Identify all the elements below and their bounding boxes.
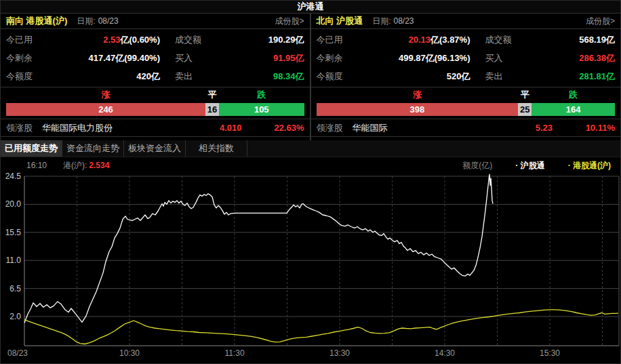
chart-header: 16:10 港(沪): 2.534 额度(亿) · 沪股通 · 港股通(沪): [1, 159, 620, 171]
leading-stock-change: 22.63%: [242, 123, 304, 133]
title-bar: 沪港通: [1, 1, 620, 14]
stat-value: 20.13亿(3.87%): [359, 34, 470, 46]
unchanged-bar-segment: 16: [205, 103, 219, 116]
date-value: 08/23: [98, 16, 119, 26]
panel-northbound-header: 北向 沪股通 日期: 08/23 成份股>: [311, 14, 621, 29]
svg-text:13:30: 13:30: [329, 348, 350, 358]
legend-hugutong: · 沪股通: [515, 160, 544, 171]
axis-unit-label: 额度(亿): [462, 160, 492, 171]
advance-decline-bar: 246 16 105: [6, 103, 304, 116]
crosshair-time: 16:10: [26, 161, 47, 170]
advancers-label: 涨: [317, 89, 519, 102]
stat-label: 成交额: [485, 34, 526, 46]
legend-ganggutong: · 港股通(沪): [568, 160, 611, 171]
advance-decline-bar: 398 25 164: [317, 103, 616, 116]
panel-stats: 今已用 2.53亿(0.60%) 成交额 190.29亿 今剩余 417.47亿…: [1, 29, 310, 87]
stat-value: 286.38亿: [526, 52, 616, 64]
stat-value: 568.19亿: [526, 34, 616, 46]
stat-label: 今剩余: [6, 52, 48, 64]
stat-value: 520亿: [359, 70, 470, 83]
stats-row: 今额度 420亿 卖出 98.34亿: [6, 70, 304, 83]
leading-stock-change: 10.11%: [553, 123, 615, 133]
leading-stock-label: 领涨股: [317, 122, 343, 134]
date-label: 日期:: [77, 16, 95, 27]
panel-direction-name: 南向 港股通(沪): [6, 15, 67, 27]
stat-value: 281.81亿: [526, 70, 616, 83]
tab-sector-fund-inflow[interactable]: 板块资金流入: [124, 140, 186, 157]
panel-southbound-header: 南向 港股通(沪) 日期: 08/23 成份股>: [1, 14, 310, 29]
advancers-label: 涨: [6, 89, 205, 102]
svg-text:11:30: 11:30: [224, 348, 244, 358]
stat-value: 2.53亿(0.60%): [48, 34, 160, 46]
tab-fund-flow-trend[interactable]: 资金流向走势: [62, 140, 124, 157]
stat-label: 买入: [175, 52, 216, 64]
stat-label: 今已用: [317, 34, 359, 46]
leading-stock-price: 4.010: [220, 123, 242, 133]
advance-decline-labels: 涨 平 跌: [311, 89, 621, 102]
unchanged-label: 平: [205, 89, 219, 102]
tab-related-index[interactable]: 相关指数: [186, 140, 247, 157]
constituents-link[interactable]: 成份股>: [275, 16, 304, 27]
advancers-bar-segment: 246: [6, 103, 205, 116]
stat-value: 499.87亿(96.13%): [359, 52, 470, 64]
stat-label: 买入: [485, 52, 526, 64]
stat-label: 卖出: [175, 70, 216, 83]
stats-row: 今剩余 499.87亿(96.13%) 买入 286.38亿: [317, 52, 616, 64]
svg-text:11.0: 11.0: [6, 256, 22, 265]
quota-panels: 南向 港股通(沪) 日期: 08/23 成份股> 今已用 2.53亿(0.60%…: [1, 14, 620, 140]
stat-value: 190.29亿: [216, 34, 304, 46]
leading-stock-name: 华能国际电力股份: [42, 122, 113, 134]
svg-text:15:30: 15:30: [540, 348, 560, 358]
stat-label: 今额度: [6, 70, 48, 83]
page-title: 沪港通: [298, 1, 324, 13]
decliners-bar-segment: 105: [219, 103, 304, 116]
stat-label: 今剩余: [317, 52, 359, 64]
svg-text:15.5: 15.5: [5, 228, 22, 237]
leading-stock-row[interactable]: 领涨股 华能国际 5.23 10.11%: [311, 119, 621, 137]
svg-text:10:30: 10:30: [119, 348, 140, 358]
stat-label: 今额度: [317, 70, 359, 83]
stat-value: 98.34亿: [216, 70, 304, 83]
advancers-bar-segment: 398: [317, 103, 519, 116]
decliners-label: 跌: [219, 89, 304, 102]
decliners-label: 跌: [532, 89, 615, 102]
constituents-link[interactable]: 成份股>: [586, 16, 615, 27]
svg-text:14:30: 14:30: [435, 348, 455, 358]
unchanged-label: 平: [518, 89, 532, 102]
stats-row: 今额度 520亿 卖出 281.81亿: [317, 70, 616, 83]
leading-stock-row[interactable]: 领涨股 华能国际电力股份 4.010 22.63%: [1, 119, 310, 137]
stat-label: 卖出: [485, 70, 526, 83]
chart-tab-bar: 已用额度走势 资金流向走势 板块资金流入 相关指数: [1, 140, 620, 157]
stats-row: 今已用 2.53亿(0.60%) 成交额 190.29亿: [6, 34, 304, 46]
svg-text:2.0: 2.0: [9, 312, 21, 321]
leading-stock-name: 华能国际: [353, 122, 388, 134]
panel-direction-name: 北向 沪股通: [317, 15, 363, 27]
svg-text:20.0: 20.0: [5, 199, 22, 209]
svg-text:24.5: 24.5: [5, 171, 22, 181]
decliners-bar-segment: 164: [532, 103, 615, 116]
line-chart-canvas[interactable]: 2.06.511.015.520.024.508/2310:3011:3013:…: [1, 157, 621, 364]
svg-text:08/23: 08/23: [7, 348, 28, 358]
stat-value: 417.47亿(99.40%): [48, 52, 160, 64]
stats-row: 今剩余 417.47亿(99.40%) 买入 91.95亿: [6, 52, 304, 64]
stat-value: 91.95亿: [216, 52, 304, 64]
crosshair-series-label: 港(沪):: [63, 160, 87, 171]
leading-stock-label: 领涨股: [6, 122, 33, 134]
stat-label: 今已用: [6, 34, 48, 46]
date-label: 日期:: [372, 16, 390, 27]
hugangtong-window: 沪港通 南向 港股通(沪) 日期: 08/23 成份股> 今已用 2.53亿(0…: [0, 0, 621, 364]
panel-stats: 今已用 20.13亿(3.87%) 成交额 568.19亿 今剩余 499.87…: [311, 29, 621, 87]
tab-used-quota-trend[interactable]: 已用额度走势: [1, 140, 62, 157]
advance-decline-labels: 涨 平 跌: [1, 89, 310, 102]
panel-northbound: 北向 沪股通 日期: 08/23 成份股> 今已用 20.13亿(3.87%) …: [311, 14, 621, 140]
leading-stock-price: 5.23: [536, 123, 553, 133]
panel-southbound: 南向 港股通(沪) 日期: 08/23 成份股> 今已用 2.53亿(0.60%…: [1, 14, 311, 140]
date-value: 08/23: [393, 16, 414, 26]
crosshair-series-value: 2.534: [89, 161, 109, 170]
stat-value: 420亿: [48, 70, 160, 83]
unchanged-bar-segment: 25: [518, 103, 532, 116]
stats-row: 今已用 20.13亿(3.87%) 成交额 568.19亿: [317, 34, 616, 46]
svg-text:6.5: 6.5: [9, 284, 21, 294]
quota-trend-chart: 16:10 港(沪): 2.534 额度(亿) · 沪股通 · 港股通(沪) 2…: [1, 157, 620, 364]
stat-label: 成交额: [175, 34, 216, 46]
